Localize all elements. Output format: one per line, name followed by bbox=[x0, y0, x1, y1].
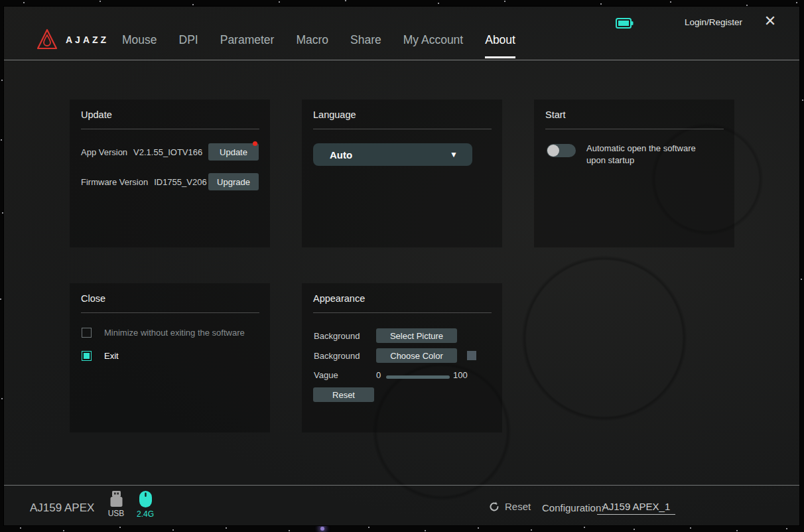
usb-label: USB bbox=[108, 509, 125, 518]
connection-usb[interactable]: USB bbox=[103, 490, 129, 518]
app-version-row: App Version V2.1.55_IOTV166 Update bbox=[81, 143, 259, 161]
ajazz-triangle-drop-icon bbox=[36, 29, 58, 51]
autostart-toggle[interactable] bbox=[547, 144, 576, 157]
divider bbox=[545, 129, 724, 129]
logo-text: AJAZZ bbox=[66, 34, 109, 45]
divider bbox=[81, 129, 259, 129]
app-version-value: V2.1.55_IOTV166 bbox=[133, 147, 202, 157]
minimize-option[interactable]: Minimize without exiting the software bbox=[82, 328, 245, 338]
panel-title: Update bbox=[81, 109, 112, 120]
firmware-version-value: ID1755_V206 bbox=[154, 177, 207, 187]
configuration-label: Configuration: bbox=[542, 502, 604, 513]
autostart-label: Automatic open the software upon startup bbox=[586, 143, 707, 166]
tab-about[interactable]: About bbox=[485, 21, 515, 60]
language-panel: Language Auto ▼ bbox=[302, 100, 502, 247]
toggle-knob bbox=[547, 145, 559, 157]
minimize-label: Minimize without exiting the software bbox=[104, 328, 245, 338]
language-selected-value: Auto bbox=[330, 149, 352, 161]
login-register-link[interactable]: Login/Register bbox=[685, 17, 742, 27]
device-name: AJ159 APEX bbox=[30, 501, 94, 515]
desktop-glow bbox=[320, 527, 324, 531]
choose-color-button[interactable]: Choose Color bbox=[376, 348, 457, 363]
update-panel: Update App Version V2.1.55_IOTV166 Updat… bbox=[70, 100, 270, 247]
vague-min-value: 0 bbox=[376, 370, 381, 380]
divider bbox=[81, 312, 259, 313]
status-bar: AJ159 APEX USB 2.4G Reset Conf bbox=[4, 485, 799, 525]
app-logo: AJAZZ bbox=[36, 29, 109, 51]
panel-title: Appearance bbox=[313, 293, 365, 304]
divider bbox=[313, 312, 492, 313]
header: AJAZZ Mouse DPI Parameter Macro Share My… bbox=[4, 7, 799, 60]
tab-parameter[interactable]: Parameter bbox=[220, 21, 275, 60]
vague-label: Vague bbox=[314, 370, 338, 380]
close-icon[interactable]: ✕ bbox=[761, 12, 779, 31]
app-window: AJAZZ Mouse DPI Parameter Macro Share My… bbox=[4, 7, 799, 525]
update-button[interactable]: Update bbox=[208, 143, 259, 161]
app-version-label: App Version bbox=[81, 147, 127, 157]
background-picture-label: Background bbox=[314, 331, 360, 341]
tab-my-account[interactable]: My Account bbox=[403, 21, 463, 60]
start-panel: Start Automatic open the software upon s… bbox=[534, 100, 734, 247]
refresh-icon bbox=[489, 501, 500, 512]
appearance-panel: Appearance Background Select Picture Bac… bbox=[302, 283, 502, 432]
update-badge-dot bbox=[253, 141, 257, 146]
panel-title: Close bbox=[81, 293, 105, 304]
exit-label: Exit bbox=[104, 351, 119, 361]
minimize-checkbox[interactable] bbox=[82, 328, 92, 338]
firmware-version-row: Firmware Version ID1755_V206 Upgrade bbox=[81, 173, 259, 190]
nav-tabs: Mouse DPI Parameter Macro Share My Accou… bbox=[122, 7, 515, 60]
battery-full-icon bbox=[616, 18, 634, 31]
divider bbox=[313, 129, 492, 129]
upgrade-button[interactable]: Upgrade bbox=[208, 173, 259, 190]
reset-configuration-button[interactable]: Reset bbox=[489, 501, 531, 512]
language-dropdown[interactable]: Auto ▼ bbox=[313, 143, 472, 166]
reset-label: Reset bbox=[505, 501, 531, 512]
panel-title: Language bbox=[313, 109, 356, 120]
tab-macro[interactable]: Macro bbox=[296, 21, 328, 60]
tab-share[interactable]: Share bbox=[350, 21, 381, 60]
wireless-label: 2.4G bbox=[137, 509, 154, 519]
color-swatch[interactable] bbox=[467, 351, 476, 360]
firmware-version-label: Firmware Version bbox=[81, 177, 148, 187]
chevron-down-icon: ▼ bbox=[450, 150, 458, 159]
appearance-reset-button[interactable]: Reset bbox=[313, 387, 374, 402]
vague-max-value: 100 bbox=[453, 370, 468, 380]
tab-mouse[interactable]: Mouse bbox=[122, 21, 157, 60]
select-picture-button[interactable]: Select Picture bbox=[376, 328, 457, 343]
vague-slider[interactable] bbox=[386, 375, 450, 379]
connection-2-4g[interactable]: 2.4G bbox=[132, 490, 159, 519]
exit-option[interactable]: Exit bbox=[82, 351, 119, 361]
mouse-icon bbox=[139, 490, 153, 508]
close-panel: Close Minimize without exiting the softw… bbox=[70, 283, 270, 432]
configuration-name-input[interactable]: AJ159 APEX_1 bbox=[597, 501, 675, 515]
panel-title: Start bbox=[545, 109, 566, 120]
usb-plug-icon bbox=[108, 490, 125, 507]
tab-dpi[interactable]: DPI bbox=[179, 21, 198, 60]
background-color-label: Background bbox=[314, 351, 360, 361]
exit-checkbox[interactable] bbox=[82, 351, 92, 361]
